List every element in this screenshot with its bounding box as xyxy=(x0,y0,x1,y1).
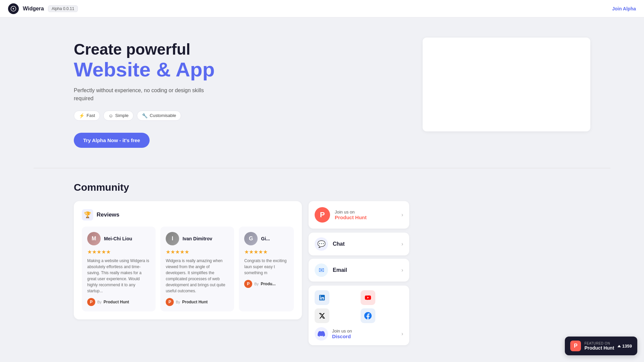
review-item: M Mei-Chi Liou ★★★★★ Making a website us… xyxy=(82,227,156,311)
reviews-card-title: Reviews xyxy=(97,212,119,218)
reviews-card: 🏆 Reviews M Mei-Chi Liou ★★★★★ Making a … xyxy=(74,201,302,319)
product-hunt-card[interactable]: P Join us on Product Hunt › xyxy=(309,201,409,229)
review-text: Widgera is really amazing when viewed fr… xyxy=(166,258,229,294)
source-label: Product Hunt xyxy=(182,300,208,304)
featured-ph-text: FEATURED ON Product Hunt xyxy=(584,342,614,351)
reviews-list: M Mei-Chi Liou ★★★★★ Making a website us… xyxy=(82,227,294,311)
featured-ph-name: Product Hunt xyxy=(584,345,614,351)
logo-text: Widgera xyxy=(23,6,44,12)
avatar: G xyxy=(244,232,258,245)
facebook-button[interactable] xyxy=(361,308,375,323)
chevron-right-icon: › xyxy=(401,241,403,247)
hero-content: Create powerful Website & App Perfectly … xyxy=(74,38,262,148)
reviewer-name: Ivan Dimitrov xyxy=(182,236,212,241)
hero-subtitle: Perfectly without experience, no coding … xyxy=(74,86,215,103)
chat-icon: 💬 xyxy=(315,237,328,251)
twitter-x-button[interactable] xyxy=(315,308,329,323)
navbar: Widgera Alpha 0.0.11 Join Alpha xyxy=(0,0,644,17)
featured-ph-icon: P xyxy=(570,341,581,351)
community-right: P Join us on Product Hunt › 💬 Chat › ✉ E… xyxy=(309,201,409,345)
avatar: M xyxy=(87,232,101,245)
discord-card[interactable]: Join us on Discord › xyxy=(315,327,403,341)
reviewer-name: Gi... xyxy=(261,236,270,241)
chevron-right-icon: › xyxy=(401,331,403,337)
linkedin-button[interactable] xyxy=(315,290,329,305)
review-text: Congrats to the exciting laun super easy… xyxy=(244,258,288,276)
lightning-icon: ⚡ xyxy=(79,113,85,118)
product-hunt-icon: P xyxy=(315,207,330,223)
star-rating: ★★★★★ xyxy=(166,249,229,255)
logo-icon xyxy=(8,3,19,14)
review-footer: P By Product Hunt xyxy=(87,298,150,306)
discord-text: Join us on Discord xyxy=(332,328,397,339)
hero-section: Create powerful Website & App Perfectly … xyxy=(0,17,644,168)
upvote-count: 1359 xyxy=(622,344,632,349)
ph-join-label: Join us on xyxy=(335,209,397,215)
badge-fast-label: Fast xyxy=(87,113,95,118)
product-hunt-dot: P xyxy=(244,280,252,288)
youtube-button[interactable] xyxy=(361,290,375,305)
badge-fast: ⚡ Fast xyxy=(74,111,100,121)
reviews-icon: 🏆 xyxy=(82,209,93,221)
badge-customisable: 🔧 Customisable xyxy=(137,111,181,121)
navbar-left: Widgera Alpha 0.0.11 xyxy=(8,3,78,14)
email-label: Email xyxy=(333,267,397,273)
hero-title-black: Create powerful xyxy=(74,41,262,58)
featured-product-hunt-bar[interactable]: P FEATURED ON Product Hunt 1359 xyxy=(565,337,637,355)
reviewer-row: M Mei-Chi Liou xyxy=(87,232,150,245)
hero-badges: ⚡ Fast ☺ Simple 🔧 Customisable xyxy=(74,111,262,121)
alpha-badge: Alpha 0.0.11 xyxy=(48,5,78,12)
smile-icon: ☺ xyxy=(108,113,113,118)
reviewer-row: I Ivan Dimitrov xyxy=(166,232,229,245)
star-rating: ★★★★★ xyxy=(244,249,288,255)
review-footer: P By Product Hunt xyxy=(166,298,229,306)
reviewer-row: G Gi... xyxy=(244,232,288,245)
settings-icon: 🔧 xyxy=(142,113,148,118)
hero-title-blue: Website & App xyxy=(74,58,262,81)
community-title: Community xyxy=(74,182,590,193)
ph-card-text: Join us on Product Hunt xyxy=(335,209,397,220)
source-label: Produ... xyxy=(261,282,276,286)
reviews-header: 🏆 Reviews xyxy=(82,209,294,221)
badge-simple: ☺ Simple xyxy=(103,111,133,121)
badge-customisable-label: Customisable xyxy=(150,113,176,118)
reviewer-name: Mei-Chi Liou xyxy=(104,236,132,241)
avatar: I xyxy=(166,232,179,245)
social-card: Join us on Discord › xyxy=(309,286,409,345)
chevron-right-icon: › xyxy=(401,212,403,218)
product-hunt-dot: P xyxy=(87,298,95,306)
by-label: By xyxy=(176,300,180,304)
chat-label: Chat xyxy=(333,241,397,247)
email-icon: ✉ xyxy=(315,263,328,277)
discord-link-text: Discord xyxy=(332,334,397,339)
by-label: By xyxy=(97,300,102,304)
review-item: G Gi... ★★★★★ Congrats to the exciting l… xyxy=(239,227,294,311)
discord-join-label: Join us on xyxy=(332,328,397,334)
community-section: Community 🏆 Reviews M Mei-Chi Liou ★★★★★ xyxy=(0,168,644,359)
badge-simple-label: Simple xyxy=(115,113,129,118)
source-label: Product Hunt xyxy=(104,300,129,304)
chat-card[interactable]: 💬 Chat › xyxy=(309,233,409,255)
featured-ph-count: 1359 xyxy=(618,344,632,349)
star-rating: ★★★★★ xyxy=(87,249,150,255)
community-grid: 🏆 Reviews M Mei-Chi Liou ★★★★★ Making a … xyxy=(74,201,590,345)
join-alpha-button[interactable]: Join Alpha xyxy=(612,6,636,11)
try-alpha-button[interactable]: Try Alpha Now - it's free xyxy=(74,133,150,148)
discord-icon xyxy=(315,327,328,341)
ph-link-text: Product Hunt xyxy=(335,215,397,220)
review-text: Making a website using Widgera is absolu… xyxy=(87,258,150,294)
chevron-right-icon: › xyxy=(401,267,403,273)
product-hunt-dot: P xyxy=(166,298,174,306)
review-item: I Ivan Dimitrov ★★★★★ Widgera is really … xyxy=(160,227,234,311)
social-icons-grid xyxy=(315,290,403,323)
review-footer: P By Produ... xyxy=(244,280,288,288)
action-cards: 💬 Chat › ✉ Email › xyxy=(309,233,409,282)
upvote-triangle-icon xyxy=(618,345,621,347)
by-label: By xyxy=(254,282,259,286)
featured-label: FEATURED ON xyxy=(584,342,614,345)
email-card[interactable]: ✉ Email › xyxy=(309,259,409,282)
hero-preview-image xyxy=(423,38,590,131)
